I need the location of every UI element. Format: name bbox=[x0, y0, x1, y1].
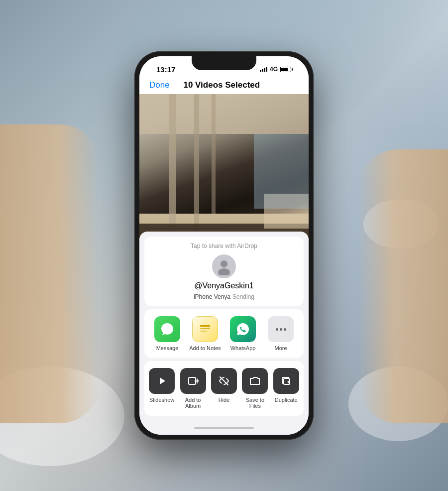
svg-point-10 bbox=[221, 260, 227, 267]
action-label-duplicate: Duplicate bbox=[275, 397, 298, 403]
person-icon bbox=[215, 257, 233, 275]
slideshow-icon bbox=[149, 368, 175, 394]
share-sheet: Tap to share with AirDrop @VenyaGeskin1 … bbox=[139, 232, 309, 435]
airdrop-device-name: iPhone Venya bbox=[194, 293, 230, 300]
phone-wrapper: 13:17 4G bbox=[134, 51, 314, 440]
svg-rect-3 bbox=[212, 94, 216, 214]
apps-row: Message Add to Notes bbox=[144, 309, 304, 358]
airdrop-username: @VenyaGeskin1 bbox=[194, 281, 253, 290]
action-save-files[interactable]: Save to Files bbox=[239, 368, 270, 409]
whatsapp-app-icon bbox=[230, 316, 256, 342]
save-files-svg bbox=[249, 375, 261, 387]
more-dot-1 bbox=[276, 328, 278, 331]
add-album-icon bbox=[180, 368, 206, 394]
more-dot-2 bbox=[280, 328, 282, 331]
app-label-notes: Add to Notes bbox=[189, 345, 221, 351]
action-label-slideshow: Slideshow bbox=[149, 397, 174, 403]
notes-app-icon bbox=[192, 316, 218, 342]
network-label: 4G bbox=[270, 66, 278, 73]
svg-point-11 bbox=[218, 268, 230, 275]
hide-svg bbox=[218, 375, 230, 387]
airdrop-avatar bbox=[212, 254, 236, 278]
signal-bar-2 bbox=[262, 69, 263, 72]
done-button[interactable]: Done bbox=[149, 80, 170, 90]
battery-body bbox=[280, 67, 291, 72]
duplicate-svg bbox=[280, 375, 292, 387]
app-item-message[interactable]: Message bbox=[150, 316, 184, 351]
action-duplicate[interactable]: Duplicate bbox=[271, 368, 302, 403]
phone-notch bbox=[192, 56, 256, 70]
svg-rect-12 bbox=[200, 325, 210, 327]
svg-rect-0 bbox=[139, 94, 309, 134]
navigation-bar: Done 10 Videos Selected bbox=[139, 78, 309, 94]
signal-icon bbox=[260, 67, 267, 72]
svg-marker-15 bbox=[160, 377, 165, 384]
home-bar bbox=[194, 427, 254, 429]
hand-left bbox=[0, 124, 100, 423]
phone-screen: 13:17 4G bbox=[139, 56, 309, 435]
svg-rect-9 bbox=[254, 134, 309, 209]
action-label-save-files: Save to Files bbox=[239, 397, 270, 409]
message-app-icon bbox=[154, 316, 180, 342]
signal-bar-3 bbox=[264, 68, 265, 72]
hand-right bbox=[358, 149, 448, 423]
message-icon bbox=[159, 321, 175, 337]
action-hide[interactable]: Hide bbox=[209, 368, 239, 403]
signal-bar-4 bbox=[266, 67, 267, 72]
svg-rect-13 bbox=[200, 328, 210, 329]
save-files-icon bbox=[242, 368, 268, 394]
status-time: 13:17 bbox=[151, 65, 175, 74]
add-album-svg bbox=[187, 375, 199, 387]
app-label-whatsapp: WhatsApp bbox=[230, 345, 256, 351]
notes-icon bbox=[197, 321, 213, 337]
action-add-album[interactable]: Add to Album bbox=[178, 368, 209, 409]
app-item-more[interactable]: More bbox=[264, 316, 298, 351]
play-icon bbox=[156, 375, 168, 387]
airdrop-status: Sending bbox=[232, 293, 254, 300]
phone-outer: 13:17 4G bbox=[134, 51, 314, 440]
hide-icon bbox=[211, 368, 237, 394]
home-indicator bbox=[139, 421, 309, 435]
svg-rect-16 bbox=[189, 377, 196, 384]
app-item-notes[interactable]: Add to Notes bbox=[188, 316, 222, 351]
whatsapp-icon bbox=[235, 321, 251, 337]
action-label-add-album: Add to Album bbox=[178, 397, 209, 409]
svg-rect-14 bbox=[200, 331, 207, 332]
airdrop-label: Tap to share with AirDrop bbox=[191, 243, 257, 249]
airdrop-section[interactable]: Tap to share with AirDrop @VenyaGeskin1 … bbox=[144, 237, 304, 306]
more-app-icon bbox=[268, 316, 294, 342]
nav-title: 10 Videos Selected bbox=[183, 80, 260, 90]
action-slideshow[interactable]: Slideshow bbox=[146, 368, 177, 403]
battery-icon bbox=[280, 67, 293, 72]
action-label-hide: Hide bbox=[219, 397, 230, 403]
signal-bar-1 bbox=[260, 70, 261, 72]
svg-rect-2 bbox=[194, 94, 199, 244]
battery-tip bbox=[292, 68, 293, 71]
status-icons: 4G bbox=[260, 66, 297, 73]
duplicate-icon bbox=[273, 368, 299, 394]
actions-row: Slideshow Add to Album bbox=[144, 361, 304, 416]
battery-fill bbox=[281, 68, 288, 71]
app-item-whatsapp[interactable]: WhatsApp bbox=[226, 316, 260, 351]
airdrop-device[interactable]: @VenyaGeskin1 iPhone Venya Sending bbox=[194, 254, 254, 300]
app-label-message: Message bbox=[156, 345, 179, 351]
more-dot-3 bbox=[284, 328, 286, 331]
app-label-more: More bbox=[274, 345, 287, 351]
